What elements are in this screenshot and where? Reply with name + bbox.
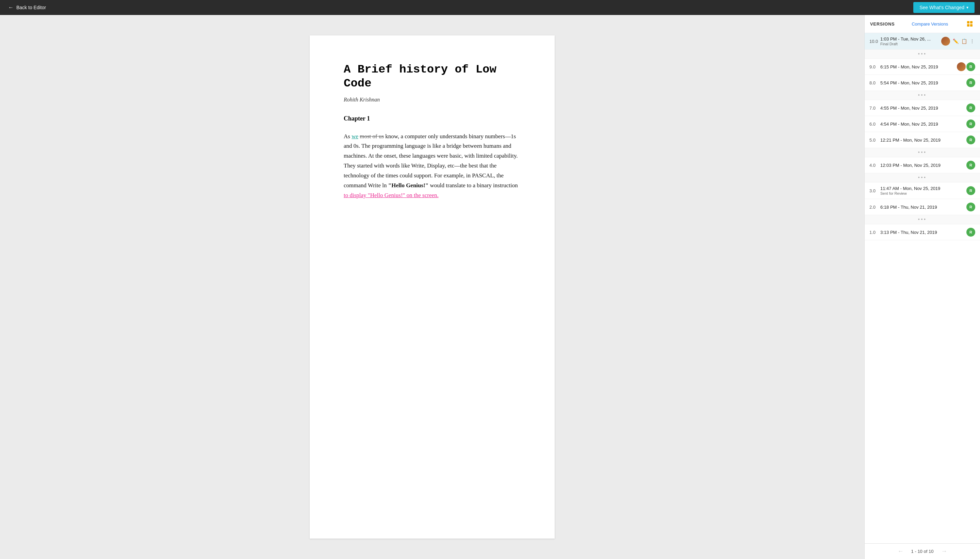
version-time: 11:47 AM - Mon, Nov 25, 2019 (880, 186, 964, 191)
versions-panel: VERSIONS Compare Versions 10.0 1:03 PM -… (864, 15, 980, 559)
avatar-circle-7: R (967, 186, 975, 195)
version-time: 4:55 PM - Mon, Nov 25, 2019 (880, 106, 964, 111)
version-action-icons: ✏️ 📋 ⋮ (952, 38, 975, 45)
version-avatars: R (967, 78, 975, 87)
body-main: know, a computer only understands binary… (344, 133, 518, 189)
prev-page-button[interactable]: ← (896, 547, 906, 556)
avatar-circle-8: R (967, 203, 975, 212)
svg-rect-2 (967, 24, 970, 26)
version-time: 1:03 PM - Tue, Nov 26, ... (880, 36, 939, 41)
version-number: 5.0 (869, 137, 880, 143)
version-row-4[interactable]: 4.0 12:03 PM - Mon, Nov 25, 2019 R (865, 157, 980, 173)
version-row-6[interactable]: 6.0 4:54 PM - Mon, Nov 25, 2019 R (865, 116, 980, 132)
svg-rect-3 (970, 24, 972, 26)
version-number: 2.0 (869, 205, 880, 210)
version-row-1[interactable]: 1.0 3:13 PM - Thu, Nov 21, 2019 R (865, 224, 980, 240)
version-row-3[interactable]: 3.0 11:47 AM - Mon, Nov 25, 2019 Sent fo… (865, 182, 980, 199)
see-changed-label: See What's Changed (919, 5, 964, 10)
document-author: Rohith Krishnan (344, 97, 521, 103)
avatar-circle-3: R (967, 104, 975, 112)
version-number: 8.0 (869, 80, 880, 86)
avatar-photo (941, 37, 950, 46)
chevron-down-icon: ▾ (967, 5, 968, 10)
versions-title: VERSIONS (870, 22, 894, 26)
version-number: 4.0 (869, 163, 880, 168)
dots-divider-3: ••• (865, 148, 980, 157)
versions-list: 10.0 1:03 PM - Tue, Nov 26, ... Final Dr… (865, 33, 980, 543)
document-area: A Brief history of Low Code Rohith Krish… (0, 15, 864, 559)
svg-rect-0 (967, 21, 970, 23)
version-avatars: R (967, 104, 975, 112)
back-label: Back to Editor (16, 5, 46, 10)
version-info: 12:21 PM - Mon, Nov 25, 2019 (880, 137, 964, 143)
version-row-5[interactable]: 5.0 12:21 PM - Mon, Nov 25, 2019 R (865, 132, 980, 148)
edit-version-button[interactable]: ✏️ (952, 38, 959, 45)
avatar-circle-2: R (967, 78, 975, 87)
version-info: 5:54 PM - Mon, Nov 25, 2019 (880, 80, 964, 86)
dots-divider-4: ••• (865, 173, 980, 182)
version-time: 12:03 PM - Mon, Nov 25, 2019 (880, 163, 964, 168)
document-title: A Brief history of Low Code (344, 63, 521, 91)
dots-divider-5: ••• (865, 215, 980, 224)
version-label: Final Draft (880, 42, 939, 46)
see-whats-changed-button[interactable]: See What's Changed ▾ (913, 2, 975, 13)
version-number: 7.0 (869, 106, 880, 111)
svg-rect-1 (970, 21, 972, 23)
document-chapter: Chapter 1 (344, 115, 521, 122)
document-page: A Brief history of Low Code Rohith Krish… (310, 35, 554, 539)
version-number: 9.0 (869, 64, 880, 69)
version-avatars: R (967, 203, 975, 212)
version-info: 11:47 AM - Mon, Nov 25, 2019 Sent for Re… (880, 186, 964, 195)
version-info: 4:55 PM - Mon, Nov 25, 2019 (880, 106, 964, 111)
version-info: 1:03 PM - Tue, Nov 26, ... Final Draft (880, 36, 939, 46)
back-to-editor-button[interactable]: ← Back to Editor (5, 3, 49, 12)
version-avatars (941, 37, 950, 46)
avatar-circle-5: R (967, 136, 975, 144)
copy-version-button[interactable]: 📋 (960, 38, 968, 45)
pink-text: to display "Hello Genius!" on the screen… (344, 192, 439, 198)
hello-genius-bold: "Hello Genius!" (388, 182, 429, 189)
version-avatars: R (967, 186, 975, 195)
version-number: 1.0 (869, 230, 880, 235)
avatar-circle-6: R (967, 161, 975, 170)
version-label: Sent for Review (880, 191, 964, 195)
avatar-photo-1 (957, 62, 966, 71)
version-avatars: R (957, 62, 975, 71)
version-info: 6:15 PM - Mon, Nov 25, 2019 (880, 64, 955, 69)
version-time: 5:54 PM - Mon, Nov 25, 2019 (880, 80, 964, 86)
body-after-bold: would translate to a binary instruction (428, 182, 518, 189)
topbar: ← Back to Editor See What's Changed ▾ (0, 0, 980, 15)
version-row-2[interactable]: 2.0 6:18 PM - Thu, Nov 21, 2019 R (865, 199, 980, 215)
versions-pagination: ← 1 - 10 of 10 → (865, 543, 980, 559)
grid-icon[interactable] (965, 19, 975, 28)
version-avatars: R (967, 161, 975, 170)
version-info: 6:18 PM - Thu, Nov 21, 2019 (880, 205, 964, 210)
version-row-7[interactable]: 7.0 4:55 PM - Mon, Nov 25, 2019 R (865, 100, 980, 116)
version-time: 6:18 PM - Thu, Nov 21, 2019 (880, 205, 964, 210)
version-avatars: R (967, 228, 975, 237)
avatar-circle-9: R (967, 228, 975, 237)
main-layout: A Brief history of Low Code Rohith Krish… (0, 15, 980, 559)
version-number: 3.0 (869, 188, 880, 194)
version-time: 3:13 PM - Thu, Nov 21, 2019 (880, 230, 964, 235)
pagination-text: 1 - 10 of 10 (911, 549, 934, 554)
word-most-of-us: most of us (360, 133, 384, 140)
version-time: 12:21 PM - Mon, Nov 25, 2019 (880, 137, 964, 143)
more-version-button[interactable]: ⋮ (969, 38, 975, 45)
dots-divider: ••• (865, 50, 980, 59)
version-avatars: R (967, 136, 975, 144)
next-page-button[interactable]: → (939, 547, 949, 556)
version-row-10[interactable]: 10.0 1:03 PM - Tue, Nov 26, ... Final Dr… (865, 33, 980, 50)
version-number: 6.0 (869, 122, 880, 127)
version-row-9[interactable]: 9.0 6:15 PM - Mon, Nov 25, 2019 R (865, 59, 980, 75)
version-row-8[interactable]: 8.0 5:54 PM - Mon, Nov 25, 2019 R (865, 75, 980, 91)
versions-header: VERSIONS Compare Versions (865, 15, 980, 33)
compare-versions-link[interactable]: Compare Versions (912, 22, 948, 26)
version-avatars: R (967, 119, 975, 128)
version-info: 12:03 PM - Mon, Nov 25, 2019 (880, 163, 964, 168)
version-time: 4:54 PM - Mon, Nov 25, 2019 (880, 122, 964, 127)
document-body: As we most of us know, a computer only u… (344, 132, 521, 200)
version-info: 3:13 PM - Thu, Nov 21, 2019 (880, 230, 964, 235)
avatar-circle-1: R (967, 62, 975, 71)
avatar-circle-4: R (967, 119, 975, 128)
